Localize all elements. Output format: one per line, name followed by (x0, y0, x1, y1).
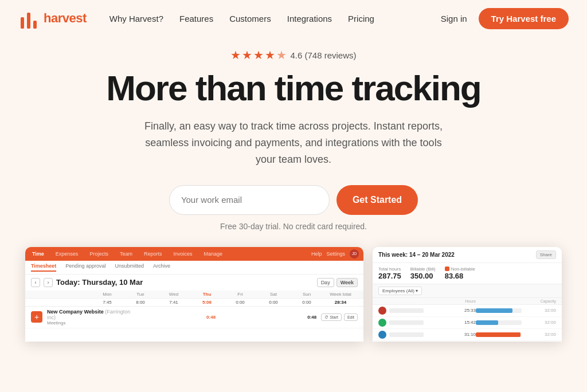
ts-topbar: Time Expenses Projects Team Reports Invo… (25, 247, 363, 261)
nav-customers[interactable]: Customers (229, 14, 271, 23)
ts-help[interactable]: Help (311, 251, 322, 257)
ts-project-name: New Company Website (Farrington Inc) (47, 309, 135, 320)
nav-features[interactable]: Features (179, 14, 213, 23)
nav-pricing[interactable]: Pricing (348, 14, 374, 23)
star-2: ★ (242, 48, 252, 62)
get-started-button[interactable]: Get Started (336, 185, 418, 215)
ts-add-button[interactable]: + (31, 311, 42, 323)
ts-day-btn[interactable]: Day (317, 278, 334, 287)
ts-tab-reports[interactable]: Reports (142, 250, 165, 258)
ts-hours-wed: 7:41 (157, 300, 190, 305)
star-1: ★ (230, 48, 241, 62)
side-capacity-2: 32:00 (522, 320, 556, 325)
avatar (378, 331, 386, 339)
side-bar-bg-3 (476, 332, 522, 337)
ts-col-sun: Sun (290, 292, 323, 297)
side-bar-fill-3 (476, 332, 521, 337)
try-free-button[interactable]: Try Harvest free (479, 8, 569, 29)
side-stat-billable-label: Billable (Bill) (410, 266, 436, 272)
harvest-logo-icon (18, 8, 39, 29)
star-3: ★ (253, 48, 264, 62)
email-input[interactable] (169, 185, 330, 215)
navigation: harvest Why Harvest? Features Customers … (0, 0, 587, 37)
ts-settings[interactable]: Settings (326, 251, 345, 257)
side-col-bar (476, 299, 522, 303)
ts-edit-button[interactable]: Edit (344, 313, 358, 321)
ts-week-btn[interactable]: Week (336, 278, 358, 287)
ts-subtab-unsubmitted[interactable]: Unsubmitted (115, 263, 144, 272)
hero-title: More than time tracking (106, 69, 480, 108)
ts-week-hours: 7:45 8:00 7:41 5:08 0:00 0:00 0:00 28:34 (25, 299, 363, 307)
sign-in-link[interactable]: Sign in (441, 14, 467, 23)
side-bar-bg-2 (476, 320, 522, 325)
side-stat-nonbillable: Non-billable 83.68 (445, 266, 475, 280)
ts-entry-sun (262, 315, 282, 320)
hero-subtitle: Finally, an easy way to track time acros… (139, 118, 448, 167)
ts-start-button[interactable]: ⏱ Start (321, 313, 342, 321)
side-hours-1: 25:33 (441, 308, 476, 313)
side-bar-fill-2 (476, 320, 498, 325)
ts-hours-total: 28:34 (323, 300, 358, 305)
ts-task-name: Meetings (47, 320, 135, 326)
logo[interactable]: harvest (18, 8, 87, 29)
table-row: 15:42 32:00 (373, 317, 562, 329)
ts-tab-expenses[interactable]: Expenses (53, 250, 81, 258)
side-capacity-1: 32:00 (522, 308, 556, 313)
ts-hours-sun: 0:00 (290, 300, 323, 305)
ts-tab-time[interactable]: Time (30, 250, 46, 258)
ts-subtab-pending[interactable]: Pending approval (65, 263, 105, 272)
side-bar-bg-1 (476, 308, 522, 313)
ts-view-buttons: Day Week (317, 278, 358, 287)
star-5-half: ★ (276, 48, 287, 62)
ts-tab-manage[interactable]: Manage (201, 250, 225, 258)
ts-entry-row: + New Company Website (Farrington Inc) M… (25, 307, 363, 328)
svg-rect-0 (21, 17, 24, 29)
side-topbar: This week: 14 – 20 Mar 2022 Share (373, 247, 562, 263)
side-bar-cell-1 (476, 308, 522, 313)
side-hours-2: 15:42 (441, 320, 476, 325)
side-stat-total-label: Total hours (378, 266, 401, 272)
side-stat-total: Total hours 287.75 (378, 266, 401, 280)
side-col-capacity: Capacity (522, 299, 556, 303)
nav-integrations[interactable]: Integrations (287, 14, 332, 23)
ts-project-info: New Company Website (Farrington Inc) Mee… (47, 309, 135, 326)
nav-why-harvest[interactable]: Why Harvest? (109, 14, 163, 23)
ts-prev-btn[interactable]: ‹ (31, 278, 40, 287)
cta-row: Get Started (169, 185, 418, 215)
ts-user-avatar[interactable]: JD (350, 249, 359, 258)
ts-entry-total: 0:48 (282, 315, 316, 320)
screenshots-section: Time Expenses Projects Team Reports Invo… (0, 247, 587, 342)
ts-hours-mon: 7:45 (91, 300, 124, 305)
side-week-label: This week: 14 – 20 Mar 2022 (378, 252, 455, 258)
ts-tab-team[interactable]: Team (118, 250, 135, 258)
side-actions: Share (536, 250, 556, 259)
svg-rect-2 (33, 21, 37, 29)
ts-next-btn[interactable]: › (44, 278, 53, 287)
ts-entry-wed (181, 315, 201, 320)
ts-entry-tue (161, 315, 181, 320)
side-stat-total-value: 287.75 (378, 272, 401, 280)
ts-subtab-timesheet[interactable]: Timesheet (31, 263, 56, 272)
side-col-hours: Hours (441, 299, 476, 303)
ts-tab-projects[interactable]: Projects (87, 250, 111, 258)
ts-hours-project (45, 300, 91, 305)
side-col-labels: Hours Capacity (373, 298, 562, 305)
ts-hours-thu: 5:08 (190, 300, 224, 305)
side-person-left-3 (378, 331, 441, 339)
side-hours-3: 31:10 (441, 332, 476, 337)
ts-subtab-archive[interactable]: Archive (153, 263, 170, 272)
ts-hours-fri: 0:00 (224, 300, 257, 305)
trial-note: Free 30-day trial. No credit card requir… (220, 222, 367, 231)
ts-tab-invoices[interactable]: Invoices (171, 250, 194, 258)
logo-text: harvest (44, 11, 87, 26)
side-bar-fill-1 (476, 308, 512, 313)
side-filter-employees[interactable]: Employees (All) ▾ (378, 287, 422, 295)
side-share-btn[interactable]: Share (536, 250, 556, 259)
hero-section: ★ ★ ★ ★ ★ 4.6 (748 reviews) More than ti… (0, 37, 587, 245)
timesheet-screenshot: Time Expenses Projects Team Reports Invo… (25, 247, 363, 342)
ts-date-row: ‹ › Today: Thursday, 10 Mar Day Week (25, 275, 363, 291)
side-bar-cell-3 (476, 332, 522, 337)
star-4: ★ (265, 48, 275, 62)
ts-entry-actions: ⏱ Start Edit (321, 313, 358, 321)
side-stat-billable: Billable (Bill) 350.00 (410, 266, 436, 280)
